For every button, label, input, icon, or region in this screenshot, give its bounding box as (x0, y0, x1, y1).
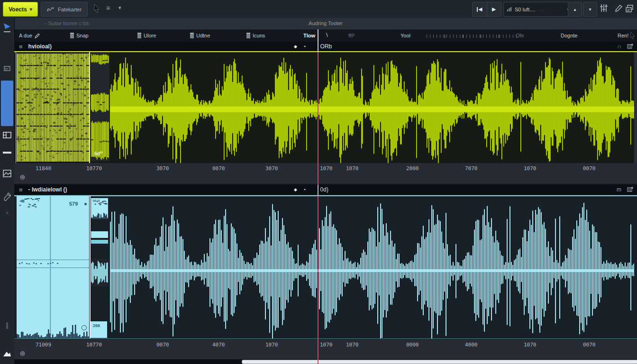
grid-icon[interactable] (627, 187, 633, 192)
column-label: Dognte (561, 33, 577, 38)
clock-icon[interactable]: ◔ (303, 187, 306, 192)
timeline-marker: 10770 (86, 165, 102, 172)
play-cursor-icon[interactable] (0, 22, 14, 36)
track2-bottom-clip-label: 266 (93, 323, 100, 328)
column-label: Snap (76, 33, 89, 38)
timeline-marker: 1070 (524, 342, 537, 348)
cursor-tool-icon[interactable] (93, 4, 101, 15)
column-ffp[interactable]: ffP (348, 29, 355, 42)
preset-dropdown[interactable]: S0 luft.... ..... ▾ (503, 2, 573, 17)
track1-overview-divider[interactable] (89, 52, 90, 163)
track1-menu-icon[interactable]: ≡ (19, 43, 23, 50)
timeline-marker: 7070 (465, 165, 478, 172)
column-label: Icuns (253, 33, 265, 38)
column-icuns[interactable]: Icuns (246, 29, 265, 42)
track2-strip-clip[interactable] (91, 240, 108, 244)
timeline-marker: 3070 (265, 165, 278, 172)
wrench-tool-icon[interactable] (0, 192, 14, 204)
column-tlow[interactable]: Tlow (303, 29, 315, 42)
diamond-icon[interactable]: ◆ (294, 44, 297, 49)
vocals-preset-button[interactable]: Voects ▾ (3, 2, 38, 17)
track2-menu-icon[interactable]: ≡ (19, 186, 23, 193)
column-dognte[interactable]: Dognte (561, 29, 577, 42)
play-button[interactable]: ▶ (487, 2, 501, 16)
track1-subclip-fragments (91, 53, 109, 161)
timeline-marker: 4070 (212, 342, 225, 348)
sidebar-mark (6, 322, 8, 329)
track1-timeline[interactable]: ◎ 11840107703070007030701070107020007070… (14, 163, 637, 184)
track1-overview-border (16, 52, 90, 163)
target-icon[interactable]: ◎ (20, 173, 25, 180)
menu-small-icon[interactable]: ≡ (0, 210, 14, 215)
column-ulore[interactable]: Ulore (137, 29, 156, 42)
preset-hint: ..... (537, 7, 544, 12)
nudge-down-button[interactable]: ▾ (583, 2, 597, 17)
track2-strip-clip[interactable] (91, 231, 108, 238)
panel-title: Audring Tooter (14, 20, 637, 26)
m-icon[interactable]: m (617, 186, 621, 193)
column-adue[interactable]: A due (19, 29, 40, 42)
track2-timeline[interactable]: ◎ 71009107700070407010701070107000004000… (14, 339, 637, 361)
film-strip-icon[interactable] (0, 131, 14, 141)
track1-waveform[interactable] (110, 52, 634, 163)
minus-tool-icon[interactable] (3, 152, 11, 154)
timeline-marker: 4000 (465, 342, 478, 348)
menu-icon[interactable]: ≡ (106, 5, 110, 11)
transport-group: ◀ ▶ (472, 2, 501, 17)
column-label: Yool (400, 33, 410, 38)
playhead-header-segment (318, 185, 318, 196)
column-ofe[interactable]: Ofe (516, 29, 524, 42)
image-tool-icon[interactable] (0, 169, 14, 180)
play-icon: ▶ (492, 6, 496, 12)
column-ren[interactable]: Ren! (618, 29, 628, 42)
timeline-marker: 1070 (346, 342, 359, 348)
slice-tool-icon[interactable]: \ (326, 31, 328, 38)
track2-overview-divider[interactable] (90, 196, 91, 339)
timeline-marker: 71009 (36, 342, 51, 348)
timeline-marker: 0070 (212, 165, 225, 172)
track1-mode: ORb (320, 43, 332, 50)
column-snap[interactable]: Snap (70, 29, 89, 42)
column-yool[interactable]: Yool (400, 29, 410, 42)
preset-value: S0 luft.... (515, 7, 535, 12)
track2-bottom-line (14, 338, 637, 339)
timeline-marker: 2000 (406, 165, 419, 172)
diamond-icon[interactable]: ◆ (294, 187, 297, 192)
track2-overview-label: 579 (69, 201, 78, 207)
loop-icon[interactable]: ∩ (617, 43, 621, 50)
track1-scroll-edge[interactable] (634, 52, 637, 163)
clock-icon[interactable]: ◔ (303, 44, 306, 49)
horizontal-scrollbar-thumb[interactable] (242, 360, 637, 364)
grid-icon[interactable] (627, 44, 633, 49)
prev-bar-icon (477, 7, 478, 12)
track2-title: - Iwdiaielowl () (28, 186, 67, 193)
chevron-down-icon[interactable]: ▾ (118, 5, 121, 10)
track2-header[interactable]: ≡ - Iwdiaielowl () ◆ ◔ 0d) m (14, 185, 637, 194)
copy-icon[interactable] (625, 4, 634, 15)
timeline-marker: 1070 (320, 165, 333, 172)
mixer-icon[interactable] (599, 3, 609, 15)
track1-header[interactable]: ≡ hvioioal) ◆ ◔ ORb ∩ (14, 42, 637, 51)
hand-tool-icon[interactable] (0, 64, 14, 74)
target-icon[interactable]: ◎ (20, 350, 25, 356)
nudge-up-button[interactable]: ▴ (568, 2, 582, 17)
timeline-marker: 10770 (86, 342, 102, 348)
mini-ruler[interactable] (427, 35, 517, 38)
vocals-label: Voects (9, 6, 27, 13)
active-tool-highlight[interactable] (1, 81, 13, 126)
fade-tool-button[interactable]: Fatekarter (41, 2, 88, 17)
track2-wave-fragment[interactable] (91, 259, 108, 286)
track2-waveform[interactable] (110, 197, 634, 339)
skip-back-button[interactable]: ◀ (473, 2, 487, 16)
pencil-icon[interactable] (614, 4, 623, 15)
panel-title-bar: - Sulae toonm c:tol. Audring Tooter (14, 18, 637, 30)
timeline-marker: 1070 (346, 165, 359, 172)
track2-overview-thumbnail[interactable] (17, 196, 89, 338)
mountain-corner-icon[interactable] (0, 350, 14, 359)
column-udtne[interactable]: Udtne (190, 29, 210, 42)
page-icon (137, 33, 141, 38)
chart-icon (507, 7, 512, 12)
timeline-marker: 3070 (156, 165, 169, 172)
chevron-down-icon: ▾ (30, 7, 32, 12)
playhead-line[interactable] (318, 41, 318, 364)
